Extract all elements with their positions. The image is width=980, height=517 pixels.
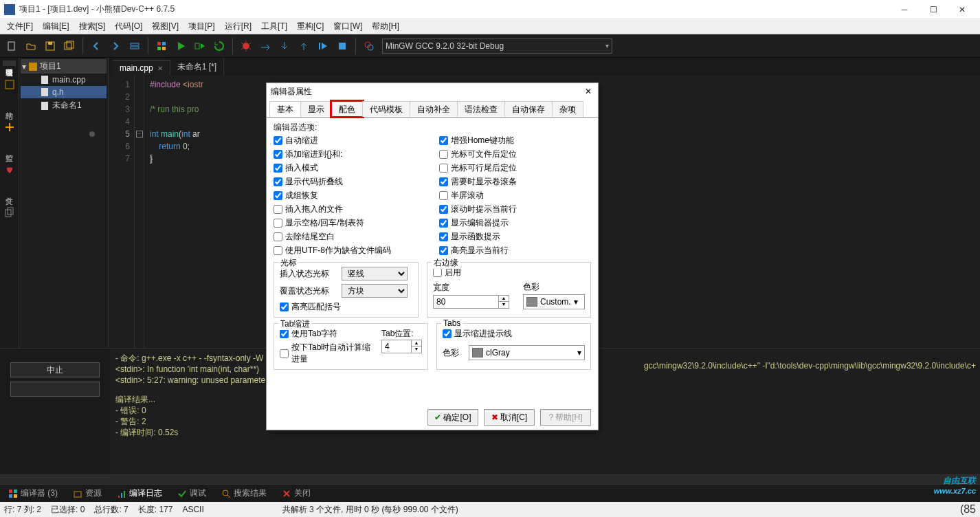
dialog-tab-autosave[interactable]: 自动保存 <box>504 101 553 117</box>
bottom-tab-log[interactable]: 编译日志 <box>113 486 166 500</box>
dialog-tab-syntax[interactable]: 语法检查 <box>457 101 505 117</box>
opt-left-0[interactable]: 自动缩进 <box>274 135 425 146</box>
spin-up-icon[interactable]: ▲ <box>412 340 421 346</box>
opt-right-0[interactable]: 增强Home键功能 <box>439 135 591 146</box>
opt-right-2[interactable]: 光标可行尾后定位 <box>439 162 591 174</box>
maximize-button[interactable]: ☐ <box>925 3 942 16</box>
margin-color-select[interactable]: Custom.▾ <box>523 294 585 309</box>
menu-project[interactable]: 项目[P] <box>184 19 219 34</box>
goto-button[interactable] <box>126 37 144 55</box>
menu-window[interactable]: 窗口[W] <box>329 19 366 34</box>
continue-button[interactable] <box>314 37 332 55</box>
tree-root[interactable]: ▾ 项目1 <box>21 59 107 74</box>
menu-search[interactable]: 搜索[S] <box>75 19 110 34</box>
ok-button[interactable]: ✔确定[O] <box>427 409 478 426</box>
dialog-tab-misc[interactable]: 杂项 <box>552 101 583 117</box>
bottom-tab-search[interactable]: 搜索结果 <box>217 486 271 500</box>
dialog-title-bar[interactable]: 编辑器属性 ✕ <box>267 83 598 100</box>
width-spinner[interactable]: ▲▼ <box>433 295 509 309</box>
compile-run-button[interactable] <box>191 37 209 55</box>
opt-left-2[interactable]: 插入模式 <box>274 162 425 174</box>
heart-icon[interactable] <box>3 164 16 176</box>
opt-left-3[interactable]: 显示代码折叠线 <box>274 176 425 188</box>
minimize-button[interactable]: ─ <box>896 3 913 16</box>
new-file-button[interactable] <box>3 37 21 55</box>
side-tab-watch[interactable]: 监控 <box>3 146 16 151</box>
opt-left-7[interactable]: 去除结尾空白 <box>274 231 425 243</box>
compile-button[interactable] <box>153 37 170 55</box>
menu-tools[interactable]: 工具[T] <box>257 19 291 34</box>
save-button[interactable] <box>41 37 59 55</box>
dialog-tab-display[interactable]: 显示 <box>300 101 332 117</box>
menu-file[interactable]: 文件[F] <box>3 19 37 34</box>
tree-item[interactable]: q.h <box>21 86 107 98</box>
side-tab-structure[interactable]: 结构 <box>3 103 16 109</box>
overwrite-cursor-select[interactable]: 方块 <box>342 284 408 298</box>
horizontal-scrollbar[interactable] <box>0 474 980 484</box>
opt-right-3[interactable]: 需要时显示卷滚条 <box>439 176 591 188</box>
menu-code[interactable]: 代码[O] <box>111 19 146 34</box>
dialog-close-button[interactable]: ✕ <box>583 86 594 97</box>
plus-icon[interactable] <box>3 121 16 133</box>
opt-right-7[interactable]: 显示函数提示 <box>439 231 591 243</box>
opt-left-6[interactable]: 显示空格/回车/制表符 <box>274 217 425 229</box>
editor-tab[interactable]: 未命名1 [*] <box>170 58 224 76</box>
dialog-tab-basic[interactable]: 基本 <box>269 101 301 117</box>
tab-pos-spinner[interactable]: ▲▼ <box>381 340 422 353</box>
auto-calc-checkbox[interactable]: 按下Tab时自动计算缩进量 <box>280 342 375 365</box>
side-tab-files[interactable]: 文件 <box>3 188 16 194</box>
opt-right-5[interactable]: 滚动时提示当前行 <box>439 204 591 215</box>
bottom-tab-compiler[interactable]: 编译器 (3) <box>4 486 62 500</box>
opt-left-8[interactable]: 使用UTF-8作为缺省文件编码 <box>274 245 425 256</box>
menu-edit[interactable]: 编辑[E] <box>38 19 74 34</box>
menu-view[interactable]: 视图[V] <box>148 19 183 34</box>
debug-button[interactable] <box>237 37 255 55</box>
run-button[interactable] <box>172 37 190 55</box>
copy-icon[interactable] <box>3 206 16 219</box>
editor-tab[interactable]: main.cpp✕ <box>113 60 170 76</box>
tree-item[interactable]: 未命名1 <box>21 98 107 113</box>
forward-button[interactable] <box>107 37 124 55</box>
book-icon[interactable] <box>3 78 16 91</box>
close-icon[interactable]: ✕ <box>157 65 163 72</box>
rebuild-button[interactable] <box>210 37 228 55</box>
fold-minus-icon[interactable]: − <box>136 131 143 138</box>
side-tab-project[interactable]: 项目管理 <box>3 60 16 66</box>
highlight-braces-checkbox[interactable]: 高亮匹配括号 <box>280 301 412 313</box>
tree-item[interactable]: main.cpp <box>21 74 107 86</box>
bottom-tab-resources[interactable]: 资源 <box>69 486 106 500</box>
help-button[interactable]: ?帮助[H] <box>540 409 591 426</box>
menu-refactor[interactable]: 重构[C] <box>293 19 328 34</box>
open-button[interactable] <box>22 37 40 55</box>
save-all-button[interactable] <box>60 37 78 55</box>
dialog-tab-colors[interactable]: 配色 <box>331 101 363 117</box>
compiler-select[interactable]: MinGW GCC 9.2.0 32-bit Debug ▾ <box>382 38 612 54</box>
tabs-color-select[interactable]: clGray▾ <box>469 345 585 360</box>
spin-down-icon[interactable]: ▼ <box>499 302 509 308</box>
cancel-button[interactable]: ✖取消[C] <box>484 409 535 426</box>
opt-left-1[interactable]: 添加缩进到{}和: <box>274 148 425 160</box>
opt-right-6[interactable]: 显示编辑器提示 <box>439 217 591 229</box>
insert-cursor-select[interactable]: 竖线 <box>342 267 408 280</box>
dialog-tab-templates[interactable]: 代码模板 <box>362 101 410 117</box>
bottom-tab-close[interactable]: 关闭 <box>278 486 315 500</box>
step-into-button[interactable] <box>276 37 293 55</box>
opt-left-5[interactable]: 插入拖入的文件 <box>274 204 425 215</box>
opt-left-4[interactable]: 成组恢复 <box>274 190 425 201</box>
add-watch-button[interactable] <box>360 37 378 55</box>
opt-right-1[interactable]: 光标可文件后定位 <box>439 148 591 160</box>
bottom-tab-debug[interactable]: 调试 <box>173 486 210 500</box>
menu-help[interactable]: 帮助[H] <box>368 19 403 34</box>
stop-debug-button[interactable] <box>333 37 351 55</box>
blank-button[interactable] <box>10 382 100 397</box>
step-over-button[interactable] <box>256 37 274 55</box>
menu-run[interactable]: 运行[R] <box>221 19 256 34</box>
step-out-button[interactable] <box>295 37 313 55</box>
spin-up-icon[interactable]: ▲ <box>499 296 509 302</box>
opt-right-8[interactable]: 高亮显示当前行 <box>439 245 591 256</box>
opt-right-4[interactable]: 半屏滚动 <box>439 190 591 201</box>
back-button[interactable] <box>87 37 105 55</box>
show-indent-hint-checkbox[interactable]: 显示缩进提示线 <box>443 328 585 340</box>
close-button[interactable]: ✕ <box>954 3 970 16</box>
spin-down-icon[interactable]: ▼ <box>412 346 421 353</box>
